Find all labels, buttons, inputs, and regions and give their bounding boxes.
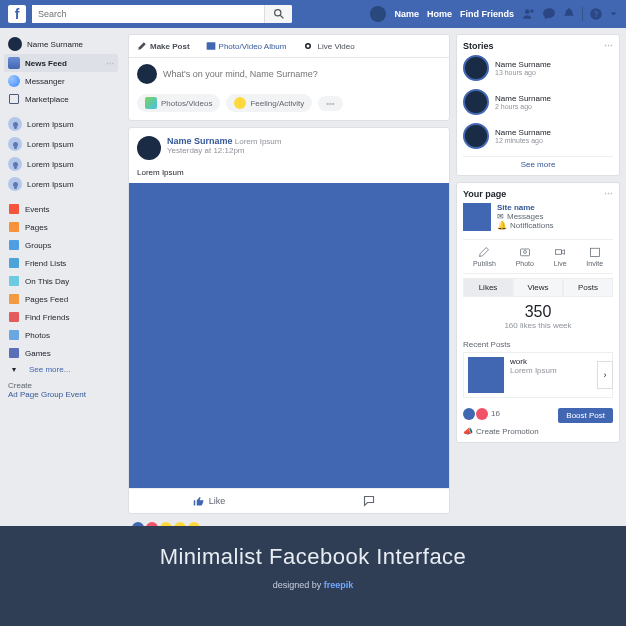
- tab-posts[interactable]: Posts: [563, 278, 613, 297]
- nav-name[interactable]: Name: [394, 9, 419, 19]
- sidebar-friend[interactable]: Lorem Ipsum: [4, 154, 118, 174]
- stories-see-more[interactable]: See more: [463, 156, 613, 169]
- next-arrow-icon[interactable]: ›: [597, 361, 613, 389]
- love-react-icon: [476, 408, 488, 420]
- recent-post-title: work: [510, 357, 557, 366]
- create-link[interactable]: Group: [41, 390, 63, 399]
- right-column: Stories⋯ Name Surname13 hours agoName Su…: [456, 28, 626, 526]
- recent-post[interactable]: work Lorem Ipsum ›: [463, 352, 613, 398]
- sidebar-friend[interactable]: Lorem Ipsum: [4, 134, 118, 154]
- sidebar-explore-item[interactable]: Groups: [4, 236, 118, 254]
- explore-icon: [8, 239, 20, 251]
- page-avatar[interactable]: [463, 203, 491, 231]
- svg-line-1: [280, 15, 283, 18]
- page-name[interactable]: Site name: [497, 203, 554, 212]
- explore-icon: [8, 311, 20, 323]
- sidebar-marketplace[interactable]: Marketplace: [4, 90, 118, 108]
- story-avatar: [463, 123, 489, 149]
- stories-card: Stories⋯ Name Surname13 hours agoName Su…: [456, 34, 620, 176]
- explore-icon: [8, 347, 20, 359]
- your-page-title: Your page: [463, 189, 506, 199]
- sidebar-see-more[interactable]: ▾See more...: [4, 362, 118, 377]
- create-link[interactable]: Event: [65, 390, 85, 399]
- sidebar-explore-item[interactable]: Games: [4, 344, 118, 362]
- action-photos[interactable]: Photos/Videos: [137, 94, 220, 112]
- sidebar: Name Surname News Feed⋯ Messanger Market…: [0, 28, 122, 526]
- explore-icon: [8, 329, 20, 341]
- sidebar-explore-item[interactable]: Pages Feed: [4, 290, 118, 308]
- feed: Make Post Photo/Video Album Live Video P…: [122, 28, 456, 526]
- more-icon[interactable]: ⋯: [106, 59, 114, 68]
- messenger-icon[interactable]: [542, 7, 556, 21]
- friend-requests-icon[interactable]: [522, 7, 536, 21]
- tab-photo-album[interactable]: Photo/Video Album: [198, 35, 295, 57]
- dropdown-icon[interactable]: [609, 7, 618, 21]
- post: Name Surname Lorem Ipsum Yesterday at 12…: [128, 127, 450, 514]
- tab-live-video[interactable]: Live Video: [294, 35, 362, 57]
- more-icon[interactable]: ⋯: [604, 189, 613, 199]
- create-link[interactable]: Ad: [8, 390, 18, 399]
- stat-value: 350: [469, 303, 607, 321]
- notifications-icon[interactable]: [562, 7, 576, 21]
- react-count: 16: [491, 409, 500, 418]
- sidebar-messenger[interactable]: Messanger: [4, 72, 118, 90]
- sidebar-news-feed[interactable]: News Feed⋯: [4, 54, 118, 72]
- svg-point-10: [523, 251, 526, 254]
- like-button[interactable]: Like: [129, 489, 289, 513]
- tab-likes[interactable]: Likes: [463, 278, 513, 297]
- explore-icon: [8, 293, 20, 305]
- sidebar-explore-item[interactable]: Find Friends: [4, 308, 118, 326]
- sidebar-friend[interactable]: Lorem Ipsum: [4, 174, 118, 194]
- nav-find-friends[interactable]: Find Friends: [460, 9, 514, 19]
- svg-point-0: [274, 10, 280, 16]
- post-author[interactable]: Name Surname: [167, 136, 233, 146]
- action-more[interactable]: •••: [318, 96, 342, 111]
- nav-home[interactable]: Home: [427, 9, 452, 19]
- more-icon: •••: [326, 99, 334, 108]
- svg-rect-6: [206, 42, 215, 50]
- page-publish[interactable]: Publish: [473, 246, 496, 267]
- search-input[interactable]: [32, 5, 264, 23]
- sidebar-explore-item[interactable]: Events: [4, 200, 118, 218]
- sidebar-explore-item[interactable]: Pages: [4, 218, 118, 236]
- recent-post-body: Lorem Ipsum: [510, 366, 557, 375]
- recent-posts-label: Recent Posts: [463, 340, 613, 349]
- create-promotion[interactable]: 📣Create Promotion: [463, 427, 613, 436]
- topbar-right: Name Home Find Friends ?: [370, 6, 618, 22]
- tab-views[interactable]: Views: [513, 278, 563, 297]
- sidebar-explore-item[interactable]: Friend Lists: [4, 254, 118, 272]
- search-button[interactable]: [264, 5, 292, 23]
- story-item[interactable]: Name Surname2 hours ago: [463, 85, 613, 119]
- search-icon: [274, 9, 284, 19]
- sidebar-explore-item[interactable]: Photos: [4, 326, 118, 344]
- comment-button[interactable]: [289, 489, 449, 513]
- composer-input[interactable]: [163, 69, 441, 79]
- brand-link[interactable]: freepik: [324, 580, 354, 590]
- action-feeling[interactable]: Feeling/Activity: [226, 94, 312, 112]
- post-image[interactable]: [129, 183, 449, 488]
- page-invite[interactable]: Invite: [586, 246, 603, 267]
- fb-logo-icon[interactable]: f: [8, 5, 26, 23]
- post-context: Lorem Ipsum: [235, 137, 282, 146]
- like-icon: [193, 495, 205, 507]
- sidebar-explore-item[interactable]: On This Day: [4, 272, 118, 290]
- svg-rect-12: [590, 248, 599, 256]
- sidebar-friend[interactable]: Lorem Ipsum: [4, 114, 118, 134]
- page-photo[interactable]: Photo: [516, 246, 534, 267]
- more-icon[interactable]: ⋯: [604, 41, 613, 51]
- friend-icon: [8, 157, 22, 171]
- story-item[interactable]: Name Surname13 hours ago: [463, 51, 613, 85]
- reactions-row: [128, 520, 450, 526]
- page-live[interactable]: Live: [554, 246, 567, 267]
- boost-post-button[interactable]: Boost Post: [558, 408, 613, 423]
- help-icon[interactable]: ?: [589, 7, 603, 21]
- tab-make-post[interactable]: Make Post: [129, 35, 198, 57]
- avatar[interactable]: [137, 136, 161, 160]
- sidebar-profile[interactable]: Name Surname: [4, 34, 118, 54]
- story-item[interactable]: Name Surname12 minutes ago: [463, 119, 613, 153]
- post-time: Yesterday at 12:12pm: [167, 146, 281, 155]
- svg-text:?: ?: [594, 10, 599, 19]
- create-link[interactable]: Page: [20, 390, 39, 399]
- avatar[interactable]: [370, 6, 386, 22]
- like-react-icon: [463, 408, 475, 420]
